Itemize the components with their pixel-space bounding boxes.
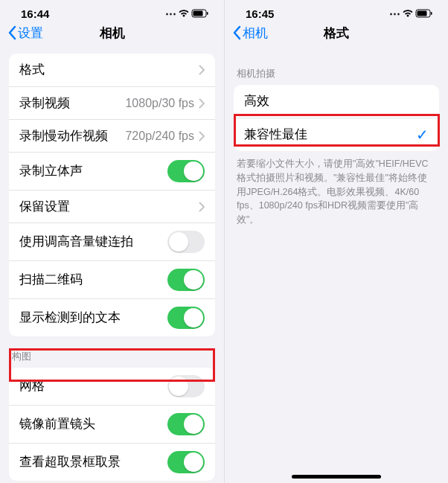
row-label: 镜像前置镜头: [19, 416, 95, 432]
row-accessory: [199, 202, 205, 212]
row-accessory: [167, 307, 205, 329]
svg-rect-2: [207, 12, 208, 15]
toggle[interactable]: [167, 231, 205, 253]
grid-row[interactable]: 网格: [9, 368, 215, 405]
row-label: 网格: [19, 378, 45, 394]
back-button[interactable]: 设置: [7, 25, 43, 42]
row-accessory: [167, 160, 205, 182]
wifi-icon: [402, 9, 414, 18]
content: 相机拍摄 高效兼容性最佳✓ 若要缩小文件大小，请使用"高效"HEIF/HEVC格…: [225, 51, 448, 233]
row-accessory: [167, 231, 205, 253]
row-accessory: [167, 269, 205, 291]
option-label: 高效: [244, 93, 269, 109]
row-label: 格式: [19, 62, 45, 78]
toggle[interactable]: [167, 413, 205, 435]
record-video-row[interactable]: 录制视频1080p/30 fps: [9, 86, 215, 119]
row-label: 保留设置: [19, 199, 70, 215]
view-outside-frame-row[interactable]: 查看超取景框取景: [9, 443, 215, 481]
chevron-right-icon: [199, 65, 205, 75]
row-label: 显示检测到的文本: [19, 310, 121, 326]
chevron-right-icon: [199, 131, 205, 141]
svg-rect-5: [431, 12, 432, 15]
toggle[interactable]: [167, 269, 205, 291]
toggle[interactable]: [167, 451, 205, 473]
settings-group-1: 格式录制视频1080p/30 fps录制慢动作视频720p/240 fps录制立…: [9, 54, 215, 336]
format-footnote: 若要缩小文件大小，请使用"高效"HEIF/HEVC格式拍摄照片和视频。"兼容性最…: [225, 151, 448, 233]
formats-screen: 16:45 ⋯ 相机 格式 相机拍摄 高效兼容性最佳✓ 若要缩小文件大小，请使用…: [224, 0, 448, 483]
chevron-right-icon: [199, 98, 205, 109]
toggle[interactable]: [167, 375, 205, 397]
row-accessory: [167, 413, 205, 435]
row-accessory: 720p/240 fps: [125, 129, 205, 143]
formats-row[interactable]: 格式: [9, 54, 215, 86]
chevron-left-icon: [232, 25, 241, 40]
row-accessory: 1080p/30 fps: [125, 97, 205, 110]
row-detail: 720p/240 fps: [125, 129, 194, 143]
back-label: 相机: [243, 25, 268, 42]
chevron-right-icon: [199, 202, 205, 212]
row-label: 录制视频: [19, 95, 70, 112]
nav-bar: 相机 格式: [225, 18, 448, 51]
row-accessory: [167, 451, 205, 473]
row-accessory: [167, 375, 205, 397]
row-detail: 1080p/30 fps: [125, 97, 194, 110]
toggle[interactable]: [167, 160, 205, 182]
svg-rect-1: [193, 11, 203, 16]
home-indicator[interactable]: [292, 475, 381, 479]
preserve-settings-row[interactable]: 保留设置: [9, 190, 215, 223]
row-label: 录制立体声: [19, 163, 83, 179]
volume-burst-row[interactable]: 使用调高音量键连拍: [9, 223, 215, 260]
back-button[interactable]: 相机: [232, 25, 268, 42]
row-accessory: [199, 65, 205, 75]
record-stereo-row[interactable]: 录制立体声: [9, 152, 215, 190]
composition-section-header: 构图: [0, 336, 224, 368]
battery-icon: [191, 9, 209, 18]
nav-bar: 设置 相机: [0, 18, 224, 51]
row-label: 扫描二维码: [19, 272, 83, 288]
scan-qr-row[interactable]: 扫描二维码: [9, 260, 215, 298]
mirror-front-camera-row[interactable]: 镜像前置镜头: [9, 405, 215, 443]
high-efficiency-option[interactable]: 高效: [234, 85, 439, 118]
battery-icon: [415, 9, 433, 18]
status-bar: 16:45 ⋯: [225, 0, 448, 18]
camera-settings-screen: 16:44 ⋯ 设置 相机 格式录制视频1080p/30 fps录制慢动作视频7…: [0, 0, 224, 483]
back-label: 设置: [18, 25, 43, 42]
row-label: 录制慢动作视频: [19, 128, 108, 144]
show-text-row[interactable]: 显示检测到的文本: [9, 298, 215, 336]
most-compatible-option[interactable]: 兼容性最佳✓: [234, 118, 439, 151]
check-icon: ✓: [416, 126, 429, 144]
svg-rect-4: [417, 11, 427, 16]
wifi-icon: [178, 9, 190, 18]
row-label: 使用调高音量键连拍: [19, 234, 133, 250]
settings-group-2: 网格镜像前置镜头查看超取景框取景: [9, 368, 215, 481]
row-label: 查看超取景框取景: [19, 454, 121, 470]
record-slomo-row[interactable]: 录制慢动作视频720p/240 fps: [9, 119, 215, 152]
status-bar: 16:44 ⋯: [0, 0, 224, 18]
toggle[interactable]: [167, 307, 205, 329]
content: 格式录制视频1080p/30 fps录制慢动作视频720p/240 fps录制立…: [0, 51, 224, 483]
capture-section-header: 相机拍摄: [225, 54, 448, 85]
format-options: 高效兼容性最佳✓: [234, 85, 439, 151]
option-label: 兼容性最佳: [244, 127, 307, 143]
chevron-left-icon: [7, 25, 16, 40]
